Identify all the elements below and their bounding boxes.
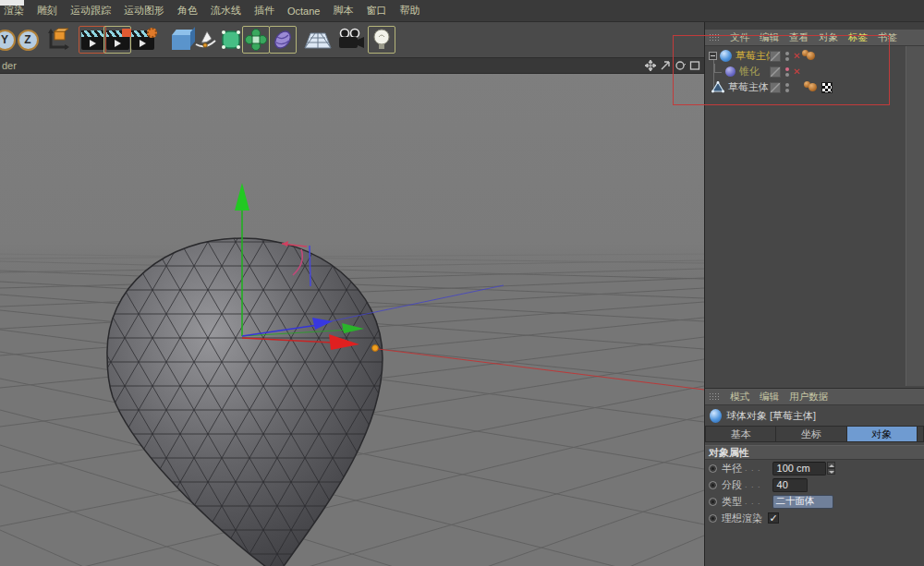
visibility-dots[interactable] xyxy=(785,67,789,77)
menu-sculpt[interactable]: 雕刻 xyxy=(37,4,57,18)
axis-y-arrow[interactable] xyxy=(235,183,249,211)
spline-pen-button[interactable] xyxy=(191,26,219,54)
om-menu-bookmarks[interactable]: 书签 xyxy=(878,31,897,44)
property-render-perfect: 理想渲染 ✓ xyxy=(705,510,924,526)
keyframe-dot-icon[interactable] xyxy=(709,464,717,473)
attribute-manager-panel: 模式 编辑 用户数据 球体对象 [草莓主体] 基本 坐标 对象 对象属性 半径 … xyxy=(704,388,924,566)
menu-mograph[interactable]: 运动图形 xyxy=(124,4,164,18)
axis-handle-dot[interactable] xyxy=(372,345,379,352)
om-menu-view[interactable]: 查看 xyxy=(789,31,808,44)
om-menu-object[interactable]: 对象 xyxy=(819,31,838,44)
render-picture-viewer-button[interactable] xyxy=(103,26,131,54)
menu-pipeline[interactable]: 流水线 xyxy=(211,4,241,18)
tab-basic[interactable]: 基本 xyxy=(705,426,776,442)
sphere-object-icon xyxy=(710,409,722,423)
am-menu-userdata[interactable]: 用户数据 xyxy=(789,391,828,403)
subdivision-surface-icon xyxy=(219,28,243,52)
menu-help[interactable]: 帮助 xyxy=(399,4,419,18)
menu-window[interactable]: 窗口 xyxy=(366,4,386,18)
environment-floor-button[interactable] xyxy=(302,26,334,54)
attribute-manager-menubar: 模式 编辑 用户数据 xyxy=(705,389,924,405)
grip-icon[interactable] xyxy=(709,392,720,402)
keyframe-dot-icon[interactable] xyxy=(709,498,717,506)
tab-coordinates[interactable]: 坐标 xyxy=(776,426,846,442)
menu-render[interactable]: 渲染 xyxy=(4,4,24,18)
keyframe-dot-icon[interactable] xyxy=(709,481,717,489)
viewport-pan-icon[interactable] xyxy=(644,60,656,72)
object-manager-menubar: 文件 编辑 查看 对象 标签 书签 xyxy=(705,30,924,46)
layer-swatch[interactable] xyxy=(770,51,781,62)
render-settings-button[interactable] xyxy=(128,26,156,54)
viewport-zoom-icon[interactable] xyxy=(659,60,671,72)
generators-button[interactable] xyxy=(242,26,270,54)
render-perfect-checkbox[interactable]: ✓ xyxy=(768,512,779,524)
material-tag-icon[interactable] xyxy=(808,83,817,91)
menu-character[interactable]: 角色 xyxy=(177,4,198,18)
visibility-dots[interactable] xyxy=(785,52,789,61)
visibility-dots[interactable] xyxy=(785,83,789,92)
uvw-tag-icon[interactable] xyxy=(821,82,833,93)
render-settings-icon xyxy=(131,30,154,50)
grip-icon[interactable] xyxy=(709,33,720,42)
enable-x-icon[interactable]: ✕ xyxy=(793,66,800,77)
radius-input[interactable]: 100 cm xyxy=(772,462,826,476)
am-menu-edit[interactable]: 编辑 xyxy=(760,391,779,403)
property-type: 类型 . . . 二十面体 xyxy=(705,493,924,510)
light-button[interactable] xyxy=(368,26,395,54)
om-menu-edit[interactable]: 编辑 xyxy=(760,31,779,44)
am-object-header: 球体对象 [草莓主体] xyxy=(705,405,924,426)
render-view-button[interactable] xyxy=(79,26,106,54)
layer-swatch[interactable] xyxy=(770,82,781,93)
tab-object[interactable]: 对象 xyxy=(847,426,918,442)
subdivision-surface-button[interactable] xyxy=(217,26,245,54)
deformers-button[interactable] xyxy=(269,26,297,54)
cube-icon xyxy=(172,35,190,50)
light-bulb-icon xyxy=(371,28,393,52)
menu-octane[interactable]: Octane xyxy=(287,6,320,17)
viewport-toggle-icon[interactable] xyxy=(688,60,700,72)
keyframe-dot-icon[interactable] xyxy=(709,514,717,523)
enable-x-icon[interactable]: ✕ xyxy=(793,51,800,61)
main-menubar: 渲染 雕刻 运动跟踪 运动图形 角色 流水线 插件 Octane 脚本 窗口 帮… xyxy=(0,0,924,22)
tab-partial[interactable] xyxy=(918,426,924,442)
polygon-object-icon[interactable] xyxy=(711,81,724,93)
segments-input[interactable]: 40 xyxy=(772,478,808,492)
viewport-titlebar: der xyxy=(0,58,704,74)
menu-script[interactable]: 脚本 xyxy=(333,4,353,18)
collapse-toggle[interactable] xyxy=(709,52,717,60)
axis-z-icon: Z xyxy=(18,30,39,51)
radius-stepper[interactable] xyxy=(827,462,835,475)
property-label: 分段 xyxy=(722,478,742,492)
object-row-strawberry-polygon[interactable]: 草莓主体 xyxy=(705,79,905,95)
menu-plugins[interactable]: 插件 xyxy=(254,4,274,18)
scene-3d xyxy=(0,74,704,566)
tree-connector xyxy=(714,64,722,73)
pen-icon xyxy=(192,28,218,52)
am-menu-mode[interactable]: 模式 xyxy=(730,391,749,403)
property-radius: 半径 . . . 100 cm xyxy=(705,460,924,476)
viewport-rotate-icon[interactable] xyxy=(674,60,686,72)
taper-deformer-icon[interactable] xyxy=(725,66,736,77)
menu-motion-tracker[interactable]: 运动跟踪 xyxy=(70,4,111,18)
window-title-fragment xyxy=(0,0,24,6)
object-properties-section[interactable]: 对象属性 xyxy=(705,445,924,460)
om-menu-file[interactable]: 文件 xyxy=(730,31,749,44)
axis-z-lock-button[interactable]: Z xyxy=(14,26,42,54)
property-label: 类型 xyxy=(722,495,742,509)
layer-swatch[interactable] xyxy=(770,66,781,78)
viewport-canvas[interactable] xyxy=(0,74,704,566)
floor-grid-icon xyxy=(303,28,333,52)
camera-button[interactable] xyxy=(334,26,366,54)
object-row-strawberry-sphere[interactable]: 草莓主体 ✕ xyxy=(705,48,905,64)
object-row-taper[interactable]: 锥化 ✕ xyxy=(705,64,905,79)
sphere-object-icon[interactable] xyxy=(720,50,732,62)
object-name[interactable]: 草莓主体 xyxy=(728,80,769,94)
om-scrollbar[interactable] xyxy=(906,46,924,386)
om-menu-tags[interactable]: 标签 xyxy=(848,31,868,44)
material-tag-icon[interactable] xyxy=(807,52,815,60)
coordinate-system-button[interactable] xyxy=(44,26,72,54)
render-view-icon xyxy=(81,30,104,50)
type-dropdown[interactable]: 二十面体 xyxy=(772,495,833,509)
leader-dots: . . . xyxy=(745,464,761,473)
object-name[interactable]: 锥化 xyxy=(739,65,760,78)
